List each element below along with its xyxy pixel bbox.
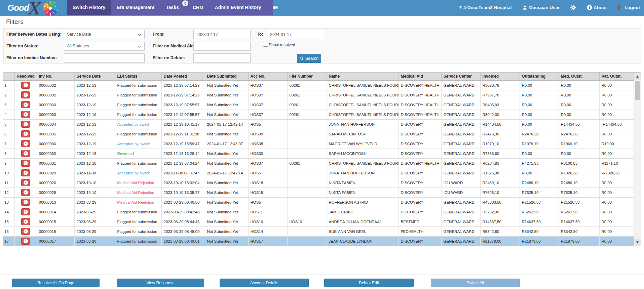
status-filter-select[interactable]: All Statuses bbox=[64, 42, 145, 51]
column-header[interactable]: Acc No. bbox=[248, 73, 287, 80]
cell-name: CHRISTOFFEL SAMUEL NEELS FOURIE bbox=[327, 158, 399, 168]
debtor-filter-input[interactable] bbox=[193, 53, 251, 63]
resolve-button[interactable]: × bbox=[21, 121, 30, 128]
medical-aid-filter-input[interactable] bbox=[193, 42, 251, 51]
from-date-input[interactable] bbox=[193, 30, 251, 39]
unresolved-icon: × bbox=[24, 180, 28, 185]
resolve-button[interactable]: × bbox=[21, 238, 30, 245]
table-row[interactable]: 5×000000342023-12-19Accepted by switch20… bbox=[3, 119, 634, 129]
resolve-button[interactable]: × bbox=[21, 91, 30, 98]
logout-button[interactable]: Logout bbox=[617, 5, 640, 10]
cell-outstanding: R7625,10 bbox=[520, 188, 559, 197]
resolve-button[interactable]: × bbox=[21, 189, 30, 196]
table-row[interactable]: 12×000000282023-10-10Medical Aid Rejecti… bbox=[3, 188, 634, 197]
table-row[interactable]: 15×000000152023-03-29Flagged for submiss… bbox=[3, 217, 634, 226]
nav-tab-im[interactable]: IM bbox=[267, 0, 284, 15]
column-header[interactable]: Outstanding bbox=[520, 73, 559, 80]
resolve-button[interactable]: × bbox=[21, 111, 30, 118]
cell-med-outst: R0,00 bbox=[559, 149, 599, 158]
column-header[interactable] bbox=[3, 73, 14, 80]
column-header[interactable]: Medical Aid bbox=[399, 73, 441, 80]
view-response-button[interactable]: View Response bbox=[117, 279, 204, 287]
resolve-button[interactable]: × bbox=[21, 130, 30, 137]
resolve-button[interactable]: × bbox=[21, 160, 30, 167]
table-row[interactable]: 6×000000352023-12-19Flagged for submissi… bbox=[3, 129, 634, 139]
cell-pat-outst: R0,00 bbox=[599, 80, 634, 90]
cell-date-posted: 2023-03-29 08:48:09 bbox=[161, 226, 205, 236]
column-header[interactable]: Inv No. bbox=[37, 73, 74, 80]
switch-all-button[interactable]: Switch All bbox=[431, 279, 520, 287]
to-date-input[interactable] bbox=[267, 30, 324, 39]
goodx-logo[interactable]: GoodX bbox=[7, 1, 39, 15]
table-row[interactable]: 7×000000362023-12-19Accepted by switch20… bbox=[3, 139, 634, 149]
cell-service-date: 2023-03-29 bbox=[74, 197, 115, 207]
column-header[interactable]: File Number bbox=[287, 73, 327, 80]
unresolved-icon: × bbox=[24, 141, 28, 146]
scrollbar-thumb[interactable] bbox=[635, 81, 640, 100]
row-number: 5 bbox=[3, 119, 14, 129]
column-header[interactable]: Date Submitted bbox=[205, 73, 248, 80]
nav-tab-admin-event-history[interactable]: Admin Event History bbox=[209, 0, 267, 15]
table-row[interactable]: 13×000000132023-03-29Medical Aid Rejecti… bbox=[3, 197, 634, 207]
column-header[interactable]: Service Center bbox=[441, 73, 480, 80]
cell-med-outst: R0,00 bbox=[559, 110, 599, 119]
cell-file-number bbox=[287, 236, 327, 246]
column-header[interactable]: Pat. Outst. bbox=[599, 73, 634, 80]
table-row[interactable]: 8×000000302023-12-18Reversed2023-12-18 1… bbox=[3, 149, 634, 158]
about-button[interactable]: i About bbox=[587, 5, 607, 10]
cell-service-center: GENERAL WARD bbox=[441, 119, 480, 129]
debtor-edit-button[interactable]: Debtor Edit bbox=[324, 279, 414, 287]
table-row[interactable]: 11×000000262023-10-10Medical Aid Rejecti… bbox=[3, 178, 634, 188]
resolve-button[interactable]: × bbox=[21, 140, 30, 147]
column-header[interactable]: Service Date bbox=[74, 73, 115, 80]
table-row[interactable]: 17×000000172023-03-29Flagged for submiss… bbox=[3, 236, 634, 246]
scroll-down-arrow-icon[interactable]: ▼ bbox=[634, 239, 641, 246]
search-button[interactable]: Search bbox=[297, 54, 321, 63]
vertical-scrollbar[interactable]: ▲ ▼ bbox=[634, 73, 641, 246]
account-details-button[interactable]: Account Details bbox=[220, 279, 309, 287]
table-row[interactable]: 4×000000332023-12-19Flagged for submissi… bbox=[3, 110, 634, 119]
column-header[interactable]: Date Posted bbox=[161, 73, 205, 80]
nav-tab-switch-history[interactable]: Switch History bbox=[67, 0, 111, 15]
table-row[interactable]: 10×000000292023-11-30Accepted by switch2… bbox=[3, 168, 634, 178]
cell-service-date: 2023-12-18 bbox=[74, 158, 115, 168]
nav-tab-tasks[interactable]: Tasks0 bbox=[160, 0, 187, 15]
hospital-selector[interactable]: ▼ 4-DocsTeam2 Hospital bbox=[459, 5, 512, 10]
info-icon: i bbox=[587, 5, 592, 10]
column-header[interactable]: EDI Status bbox=[115, 73, 161, 80]
column-header[interactable]: Invoiced bbox=[480, 73, 520, 80]
resolve-button[interactable]: × bbox=[21, 199, 30, 206]
table-row[interactable]: 16×000000162023-03-29Flagged for submiss… bbox=[3, 226, 634, 236]
table-row[interactable]: 1×000000322023-12-19Flagged for submissi… bbox=[3, 80, 634, 90]
invoice-filter-input[interactable] bbox=[64, 53, 145, 63]
table-header-row: ResolvedInv No.Service DateEDI StatusDat… bbox=[3, 73, 634, 80]
table-row[interactable]: 9×000000312023-12-18Flagged for submissi… bbox=[3, 158, 634, 168]
column-header[interactable]: Med. Outst. bbox=[559, 73, 599, 80]
resolve-button[interactable]: × bbox=[21, 101, 30, 108]
scroll-up-arrow-icon[interactable]: ▲ bbox=[634, 73, 641, 80]
date-filter-select[interactable]: Service Date bbox=[64, 30, 145, 39]
resolve-button[interactable]: × bbox=[21, 82, 30, 89]
resolve-button[interactable]: × bbox=[21, 169, 30, 176]
resolve-button[interactable]: × bbox=[21, 218, 30, 225]
table-row[interactable]: 3×000000332023-12-19Flagged for submissi… bbox=[3, 100, 634, 110]
column-header[interactable]: Resolved bbox=[14, 73, 37, 80]
resolve-button[interactable]: × bbox=[21, 179, 30, 186]
column-header[interactable]: Name bbox=[327, 73, 399, 80]
show-resolved-checkbox[interactable] bbox=[263, 42, 268, 47]
to-date-label: To: bbox=[257, 32, 263, 37]
table-row[interactable]: 14×000000142023-03-29Flagged for submiss… bbox=[3, 207, 634, 217]
resolve-button[interactable]: × bbox=[21, 208, 30, 215]
cell-invoiced: R8042,00 bbox=[480, 110, 520, 119]
resolve-button[interactable]: × bbox=[21, 228, 30, 235]
nav-tab-crm[interactable]: CRM bbox=[187, 0, 209, 15]
table-row[interactable]: 2×000000322023-12-19Flagged for submissi… bbox=[3, 90, 634, 100]
nav-tab-era-management[interactable]: Era Management bbox=[111, 0, 160, 15]
resolve-all-on-page-button[interactable]: Resolve All On Page bbox=[12, 279, 100, 287]
user-menu[interactable]: Docspan User bbox=[522, 5, 560, 10]
cell-date-submitted: Not Submitted Yet bbox=[205, 110, 248, 119]
cell-medical-aid: DISCOVERY bbox=[399, 119, 441, 129]
settings-button[interactable] bbox=[570, 5, 576, 10]
resolve-button[interactable]: × bbox=[21, 150, 30, 157]
cell-pat-outst: -R1326,38 bbox=[599, 168, 634, 178]
